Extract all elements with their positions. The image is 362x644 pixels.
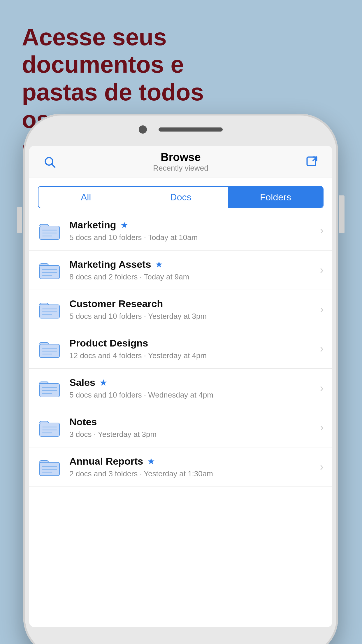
folder-icon-wrap <box>38 220 61 241</box>
folder-icon-wrap <box>38 457 61 477</box>
folder-name: Annual Reports <box>69 456 143 467</box>
folder-info: Marketing Assets ★ 8 docs and 2 folders … <box>69 259 317 281</box>
folder-name-row: Annual Reports ★ <box>69 456 317 467</box>
screen-header: Browse Recently viewed <box>29 146 332 178</box>
folder-meta: 5 docs and 10 folders · Today at 10am <box>69 233 317 242</box>
chevron-right-icon: › <box>320 225 324 237</box>
folder-name: Product Designs <box>69 337 148 349</box>
svg-rect-2 <box>307 157 316 165</box>
star-icon: ★ <box>120 220 128 230</box>
chevron-right-icon: › <box>320 461 324 473</box>
folder-icon <box>39 458 60 477</box>
folder-meta: 3 docs · Yesterday at 3pm <box>69 430 317 439</box>
folder-meta: 5 docs and 10 folders · Yesterday at 3pm <box>69 312 317 321</box>
folder-icon-wrap <box>38 299 61 320</box>
speaker-bar <box>159 127 223 132</box>
folder-info: Customer Research 5 docs and 10 folders … <box>69 298 317 321</box>
folder-list: Marketing ★ 5 docs and 10 folders · Toda… <box>29 211 332 487</box>
folder-icon <box>39 261 60 280</box>
header-title: Browse <box>153 151 208 164</box>
folder-item[interactable]: Marketing ★ 5 docs and 10 folders · Toda… <box>29 211 332 251</box>
folder-icon <box>39 379 60 398</box>
folder-name-row: Product Designs <box>69 337 317 349</box>
folder-icon-wrap <box>38 378 61 398</box>
folder-icon-wrap <box>38 339 61 359</box>
folder-item[interactable]: Marketing Assets ★ 8 docs and 2 folders … <box>29 251 332 290</box>
svg-line-1 <box>52 164 55 167</box>
folder-name: Sales <box>69 377 95 388</box>
folder-name: Notes <box>69 416 97 428</box>
folder-info: Notes 3 docs · Yesterday at 3pm <box>69 416 317 439</box>
star-icon: ★ <box>147 456 155 466</box>
edit-button[interactable] <box>303 153 321 171</box>
tab-docs[interactable]: Docs <box>133 187 228 208</box>
folder-name-row: Notes <box>69 416 317 428</box>
folder-name-row: Sales ★ <box>69 377 317 388</box>
folder-icon-wrap <box>38 417 61 438</box>
folder-name: Marketing <box>69 219 116 231</box>
tab-folders[interactable]: Folders <box>228 187 323 208</box>
folder-icon <box>39 300 60 319</box>
folder-item[interactable]: Annual Reports ★ 2 docs and 3 folders · … <box>29 447 332 487</box>
folder-name-row: Marketing ★ <box>69 219 317 231</box>
camera-dot <box>139 125 147 134</box>
folder-name: Customer Research <box>69 298 163 309</box>
header-subtitle: Recently viewed <box>153 164 208 173</box>
folder-icon <box>39 221 60 240</box>
compose-icon <box>305 155 318 168</box>
phone-screen: Browse Recently viewed All Docs Folders <box>29 146 332 627</box>
folder-icon <box>39 418 60 437</box>
folder-icon-wrap <box>38 260 61 280</box>
folder-name-row: Customer Research <box>69 298 317 309</box>
tab-bar: All Docs Folders <box>38 186 324 208</box>
search-button[interactable] <box>41 153 58 171</box>
folder-info: Annual Reports ★ 2 docs and 3 folders · … <box>69 456 317 478</box>
header-center: Browse Recently viewed <box>153 151 208 173</box>
phone-shell: Browse Recently viewed All Docs Folders <box>23 114 338 644</box>
folder-name-row: Marketing Assets ★ <box>69 259 317 270</box>
search-icon <box>43 155 56 168</box>
folder-meta: 2 docs and 3 folders · Yesterday at 1:30… <box>69 469 317 478</box>
chevron-right-icon: › <box>320 343 324 355</box>
folder-meta: 5 docs and 10 folders · Wednesday at 4pm <box>69 391 317 400</box>
folder-icon <box>39 340 60 358</box>
folder-item[interactable]: Customer Research 5 docs and 10 folders … <box>29 290 332 329</box>
folder-info: Marketing ★ 5 docs and 10 folders · Toda… <box>69 219 317 242</box>
star-icon: ★ <box>155 259 163 270</box>
chevron-right-icon: › <box>320 303 324 316</box>
folder-item[interactable]: Sales ★ 5 docs and 10 folders · Wednesda… <box>29 369 332 408</box>
folder-item[interactable]: Product Designs 12 docs and 4 folders · … <box>29 329 332 369</box>
chevron-right-icon: › <box>320 264 324 276</box>
chevron-right-icon: › <box>320 421 324 434</box>
folder-info: Product Designs 12 docs and 4 folders · … <box>69 337 317 360</box>
star-icon: ★ <box>99 377 107 388</box>
tab-all[interactable]: All <box>38 187 133 208</box>
folder-name: Marketing Assets <box>69 259 151 270</box>
folder-item[interactable]: Notes 3 docs · Yesterday at 3pm › <box>29 408 332 447</box>
folder-info: Sales ★ 5 docs and 10 folders · Wednesda… <box>69 377 317 400</box>
folder-meta: 8 docs and 2 folders · Today at 9am <box>69 272 317 281</box>
chevron-right-icon: › <box>320 382 324 394</box>
folder-meta: 12 docs and 4 folders · Yesterday at 4pm <box>69 351 317 360</box>
phone-top <box>108 125 254 134</box>
